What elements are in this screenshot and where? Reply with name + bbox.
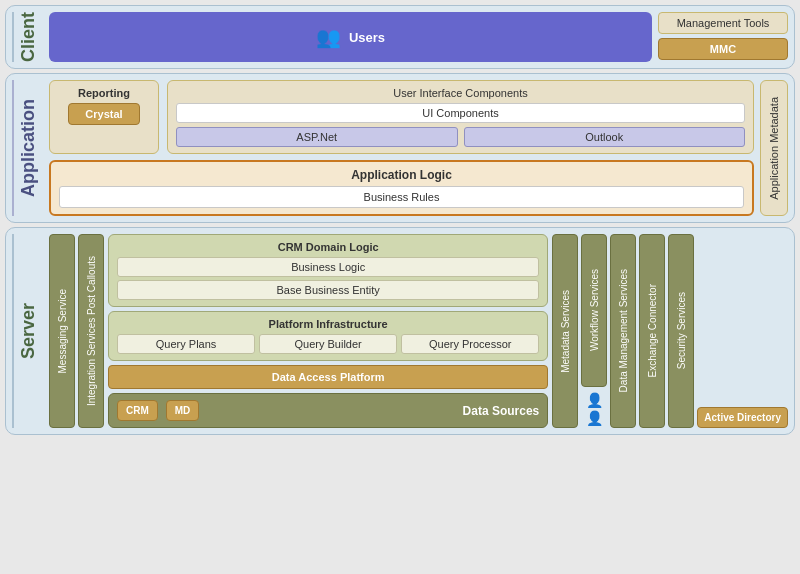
- exchange-connector-bar: Exchange Connector: [639, 234, 665, 428]
- application-tier-label: Application: [12, 80, 43, 216]
- client-tier-content: 👥 Users Management Tools MMC: [49, 12, 788, 62]
- workflow-services-bar: Workflow Services: [581, 234, 607, 387]
- ui-components-row1: UI Components: [176, 103, 745, 123]
- reporting-box: Reporting Crystal: [49, 80, 159, 154]
- crystal-box: Crystal: [68, 103, 139, 125]
- server-main: CRM Domain Logic Business Logic Base Bus…: [108, 234, 548, 428]
- app-top-row: Reporting Crystal User Interface Compone…: [49, 80, 754, 154]
- app-main: Reporting Crystal User Interface Compone…: [49, 80, 754, 216]
- security-services-bar: Security Services: [668, 234, 694, 428]
- server-tier-content: Messaging Service Integration Services P…: [49, 234, 788, 428]
- application-tier: Application Reporting Crystal User Inter…: [5, 73, 795, 223]
- ui-components-title: User Interface Components: [176, 87, 745, 99]
- person2-icon: 👤: [586, 410, 603, 426]
- platform-items: Query Plans Query Builder Query Processo…: [117, 334, 539, 354]
- main-container: Client 👥 Users Management Tools MMC Appl…: [5, 5, 795, 435]
- management-tools-box: Management Tools MMC: [658, 12, 788, 62]
- messaging-service-label: Messaging Service: [57, 289, 68, 373]
- server-tier: Server Messaging Service Integration Ser…: [5, 227, 795, 435]
- crm-db-icon: CRM: [117, 400, 158, 421]
- active-dir-col: Active Directory: [697, 234, 788, 428]
- person1-icon: 👤: [586, 392, 603, 408]
- data-mgmt-services-bar: Data Management Services: [610, 234, 636, 428]
- app-metadata-label: Application Metadata: [768, 97, 780, 200]
- app-logic-label: Application Logic: [59, 168, 744, 182]
- data-access-box: Data Access Platform: [108, 365, 548, 389]
- aspnet-box: ASP.Net: [176, 127, 458, 147]
- crm-domain-box: CRM Domain Logic Business Logic Base Bus…: [108, 234, 548, 307]
- workflow-services-label: Workflow Services: [589, 269, 600, 351]
- metadata-services-bar: Metadata Services: [552, 234, 578, 428]
- data-sources-box: CRM MD Data Sources: [108, 393, 548, 428]
- messaging-service-bar: Messaging Service: [49, 234, 75, 428]
- exchange-connector-label: Exchange Connector: [647, 284, 658, 377]
- reporting-label: Reporting: [78, 87, 130, 99]
- crm-row: Business Logic Base Business Entity: [117, 257, 539, 300]
- client-tier-label: Client: [12, 12, 43, 62]
- outlook-box: Outlook: [464, 127, 746, 147]
- integration-services-bar: Integration Services Post Callouts: [78, 234, 104, 428]
- business-rules-box: Business Rules: [59, 186, 744, 208]
- query-builder-item: Query Builder: [259, 334, 397, 354]
- workflow-people-icons: 👤 👤: [584, 390, 605, 428]
- metadata-services-label: Metadata Services: [560, 290, 571, 373]
- users-icon: 👥: [316, 25, 341, 49]
- server-right-services: Metadata Services Workflow Services 👤 👤 …: [552, 234, 788, 428]
- query-processor-item: Query Processor: [401, 334, 539, 354]
- security-services-label: Security Services: [676, 292, 687, 369]
- crm-domain-label: CRM Domain Logic: [117, 241, 539, 253]
- app-metadata-box: Application Metadata: [760, 80, 788, 216]
- users-box: 👥 Users: [49, 12, 652, 62]
- query-plans-item: Query Plans: [117, 334, 255, 354]
- server-left-services: Messaging Service Integration Services P…: [49, 234, 104, 428]
- users-label: Users: [349, 30, 385, 45]
- ui-components-box: User Interface Components UI Components …: [167, 80, 754, 154]
- integration-services-label: Integration Services Post Callouts: [86, 256, 97, 406]
- application-tier-content: Reporting Crystal User Interface Compone…: [49, 80, 788, 216]
- ui-components-row2: ASP.Net Outlook: [176, 127, 745, 147]
- client-tier: Client 👥 Users Management Tools MMC: [5, 5, 795, 69]
- mgmt-tools-label: Management Tools: [658, 12, 788, 34]
- app-logic-box: Application Logic Business Rules: [49, 160, 754, 216]
- workflow-services-col: Workflow Services 👤 👤: [581, 234, 607, 428]
- server-tier-label: Server: [12, 234, 43, 428]
- base-business-entity-item: Base Business Entity: [117, 280, 539, 300]
- md-db-icon: MD: [166, 400, 200, 421]
- active-directory-box: Active Directory: [697, 407, 788, 428]
- platform-label: Platform Infrastructure: [117, 318, 539, 330]
- mmc-box: MMC: [658, 38, 788, 60]
- data-mgmt-services-label: Data Management Services: [618, 269, 629, 392]
- business-logic-item: Business Logic: [117, 257, 539, 277]
- platform-box: Platform Infrastructure Query Plans Quer…: [108, 311, 548, 361]
- ui-components-item: UI Components: [176, 103, 745, 123]
- data-sources-label: Data Sources: [207, 404, 539, 418]
